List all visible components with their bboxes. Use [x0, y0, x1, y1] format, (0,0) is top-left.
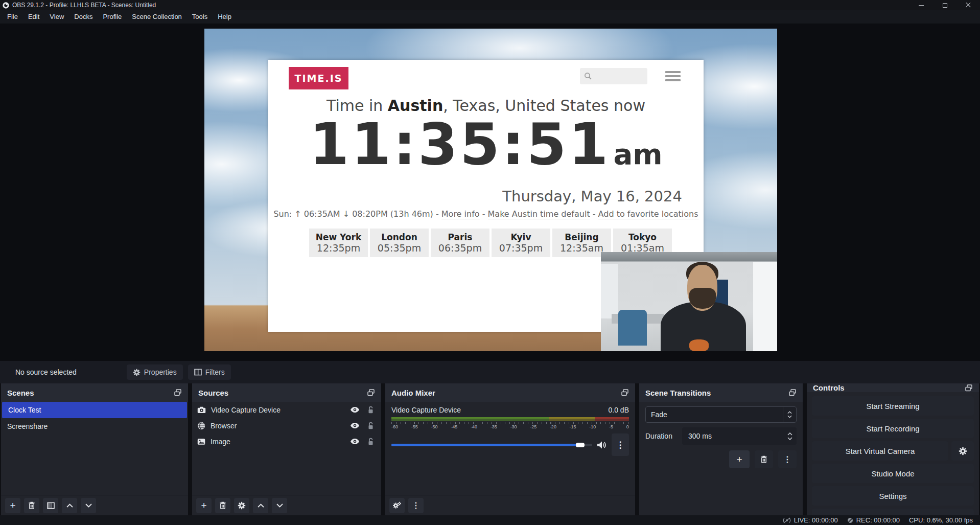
speaker-icon[interactable]: [597, 441, 607, 449]
menu-bar: File Edit View Docks Profile Scene Colle…: [0, 10, 980, 24]
menu-docks[interactable]: Docks: [69, 10, 98, 24]
scene-move-down-button[interactable]: [81, 498, 96, 513]
eye-icon[interactable]: [350, 438, 360, 445]
search-icon: [584, 72, 592, 80]
timeis-date: Thursday, May 16, 2024: [502, 188, 682, 205]
title-bar: OBS 29.1.2 - Profile: LLHLS BETA - Scene…: [0, 0, 980, 10]
menu-file[interactable]: File: [2, 10, 23, 24]
mixer-menu-button[interactable]: ⋮: [408, 498, 424, 513]
minimize-button[interactable]: [909, 0, 933, 10]
make-default-link: Make Austin time default: [488, 209, 590, 219]
filters-icon: [194, 369, 202, 376]
hamburger-menu-icon: [665, 71, 681, 81]
obs-window: OBS 29.1.2 - Profile: LLHLS BETA - Scene…: [0, 0, 980, 525]
scene-move-up-button[interactable]: [62, 498, 77, 513]
remove-source-button[interactable]: [215, 498, 230, 513]
popout-icon[interactable]: [621, 389, 629, 397]
menu-profile[interactable]: Profile: [98, 10, 127, 24]
gear-icon: [238, 501, 246, 510]
source-move-up-button[interactable]: [253, 498, 268, 513]
unlock-icon[interactable]: [367, 438, 374, 446]
add-scene-button[interactable]: +: [5, 498, 20, 513]
menu-help[interactable]: Help: [213, 10, 237, 24]
popout-icon[interactable]: [965, 384, 973, 392]
controls-title: Controls: [813, 383, 845, 392]
audio-mixer-panel: Audio Mixer Video Capture Device 0.0 dB …: [385, 383, 635, 515]
chevron-up-icon: [66, 504, 73, 508]
menu-view[interactable]: View: [44, 10, 69, 24]
preview-canvas[interactable]: TIME.IS Time in Austin, Texas, United St…: [204, 29, 777, 351]
transition-menu-button[interactable]: ⋮: [778, 450, 797, 468]
chevron-down-icon: [276, 504, 283, 508]
source-move-down-button[interactable]: [272, 498, 287, 513]
clock-time: 11:35:51: [309, 111, 610, 177]
add-transition-button[interactable]: +: [729, 450, 750, 468]
meter-scale: -60-55-50-45-40-35-30-25-20-15-10-50: [391, 424, 629, 429]
chevron-down-icon: [85, 504, 92, 508]
remove-transition-button[interactable]: [755, 450, 773, 468]
scene-item-screenshare[interactable]: Screenshare: [1, 418, 188, 435]
spin-up-icon[interactable]: [787, 432, 792, 436]
eye-icon[interactable]: [350, 422, 360, 429]
rec-time: REC: 00:00:00: [856, 516, 900, 524]
filters-button[interactable]: Filters: [188, 364, 231, 380]
start-streaming-button[interactable]: Start Streaming: [812, 396, 974, 416]
cpu-fps-stats: CPU: 0.6%, 30.00 fps: [909, 516, 973, 524]
image-icon: [197, 438, 205, 445]
menu-scene-collection[interactable]: Scene Collection: [127, 10, 187, 24]
scene-item-clock-test[interactable]: Clock Test: [2, 402, 187, 418]
close-button[interactable]: [956, 0, 980, 10]
status-bar: LIVE: 00:00:00 REC: 00:00:00 CPU: 0.6%, …: [0, 515, 980, 525]
globe-icon: [197, 422, 205, 430]
spin-down-icon[interactable]: [787, 437, 792, 440]
chevron-up-icon: [258, 504, 264, 508]
double-gear-icon: [392, 501, 402, 510]
unlock-icon[interactable]: [367, 422, 374, 430]
advanced-audio-button[interactable]: [389, 498, 405, 513]
transition-select-arrows[interactable]: [783, 407, 796, 422]
scene-filters-button[interactable]: [43, 498, 58, 513]
filters-icon: [47, 502, 55, 509]
popout-icon[interactable]: [367, 389, 375, 397]
timeis-sun-line: Sun: ↑ 06:35AM ↓ 08:20PM (13h 46m) - Mor…: [268, 209, 704, 219]
source-properties-button[interactable]: [234, 498, 249, 513]
start-virtual-camera-button[interactable]: Start Virtual Camera: [812, 441, 948, 461]
add-favorite-link: Add to favorite locations: [598, 209, 698, 219]
sun-times: Sun: ↑ 06:35AM ↓ 08:20PM (13h 46m) -: [273, 209, 441, 219]
maximize-button[interactable]: [933, 0, 956, 10]
remove-scene-button[interactable]: [24, 498, 39, 513]
source-row-video-capture[interactable]: Video Capture Device: [192, 402, 381, 418]
scenes-title: Scenes: [7, 389, 34, 397]
volume-slider[interactable]: [391, 444, 592, 446]
duration-value: 300 ms: [682, 432, 787, 440]
meter-tick-marks: [391, 422, 629, 424]
volume-slider-handle[interactable]: [576, 443, 585, 447]
camera-icon: [197, 406, 206, 414]
live-time: LIVE: 00:00:00: [794, 516, 838, 524]
virtual-camera-settings-button[interactable]: [951, 441, 974, 461]
studio-mode-button[interactable]: Studio Mode: [812, 464, 974, 483]
settings-button[interactable]: Settings: [812, 486, 974, 506]
unlock-icon[interactable]: [367, 406, 374, 414]
duration-spinbox[interactable]: 300 ms: [682, 427, 797, 445]
stream-inactive-icon: [783, 517, 791, 523]
chevron-down-icon: [787, 415, 792, 418]
preview-area: TIME.IS Time in Austin, Texas, United St…: [0, 24, 980, 361]
close-icon: [966, 3, 971, 8]
source-row-browser[interactable]: Browser: [192, 418, 381, 433]
transition-select[interactable]: Fade: [645, 406, 797, 423]
start-recording-button[interactable]: Start Recording: [812, 419, 974, 438]
source-row-image[interactable]: Image: [192, 433, 381, 449]
mixer-channel-menu-button[interactable]: ⋮: [612, 433, 629, 456]
mixer-channel-name: Video Capture Device: [391, 406, 461, 414]
popout-icon[interactable]: [788, 389, 797, 397]
eye-icon[interactable]: [350, 406, 360, 413]
window-title: OBS 29.1.2 - Profile: LLHLS BETA - Scene…: [12, 2, 156, 9]
add-source-button[interactable]: +: [196, 498, 212, 513]
city-paris: Paris06:35pm: [431, 229, 489, 257]
menu-tools[interactable]: Tools: [187, 10, 213, 24]
popout-icon[interactable]: [174, 389, 182, 397]
more-info-link: More info: [441, 209, 480, 219]
properties-button[interactable]: Properties: [127, 364, 183, 380]
menu-edit[interactable]: Edit: [23, 10, 44, 24]
